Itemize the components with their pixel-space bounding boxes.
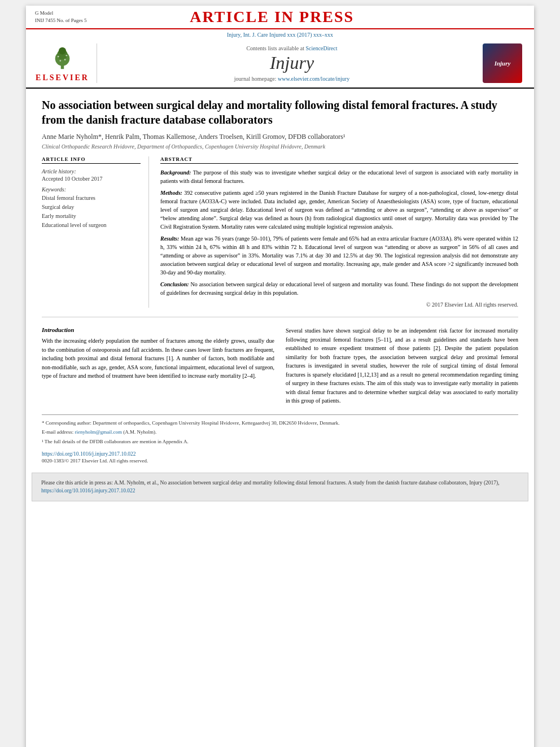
intro-left: Introduction With the increasing elderly… xyxy=(42,326,274,405)
injury-logo: Injury xyxy=(483,43,522,83)
intro-paragraph-2: Several studies have shown surgical dela… xyxy=(286,326,518,405)
keyword-4: Educational level of surgeon xyxy=(42,221,141,230)
article-info-label: ARTICLE INFO xyxy=(42,156,141,164)
doi-text[interactable]: https://doi.org/10.1016/j.injury.2017.10… xyxy=(42,451,518,457)
affiliation: Clinical Orthopaedic Research Hvidovre, … xyxy=(42,143,518,150)
journal-name: Injury xyxy=(270,53,314,73)
svg-point-3 xyxy=(59,47,66,55)
journal-center: Contents lists available at ScienceDirec… xyxy=(104,43,480,83)
top-banner: G Model INIJ 7455 No. of Pages 5 ARTICLE… xyxy=(26,6,534,29)
article-body: No association between surgical delay an… xyxy=(26,89,534,473)
results-label: Results: xyxy=(160,235,179,242)
citation-text: Please cite this article in press as: A.… xyxy=(41,480,500,486)
keywords-label: Keywords: xyxy=(42,186,141,193)
conclusion-text: No association between surgical delay or… xyxy=(160,281,518,296)
journal-homepage: journal homepage: www.elsevier.com/locat… xyxy=(234,76,349,82)
abstract-column: ABSTRACT Background: The purpose of this… xyxy=(160,156,518,308)
article-in-press-label: ARTICLE IN PRESS xyxy=(87,8,458,26)
abstract-results: Results: Mean age was 76 years (range 50… xyxy=(160,234,518,277)
elsevier-text: ELSEVIER xyxy=(36,73,89,82)
introduction-section: Introduction With the increasing elderly… xyxy=(42,326,518,405)
conclusion-label: Conclusion: xyxy=(160,281,189,287)
copyright: © 2017 Elsevier Ltd. All rights reserved… xyxy=(160,302,518,308)
footnote-corresponding-author: * Corresponding author: Department of or… xyxy=(42,420,518,427)
issn-text: 0020-1383/© 2017 Elsevier Ltd. All right… xyxy=(42,458,518,464)
methods-text: 392 consecutive patients aged ≥50 years … xyxy=(160,190,518,230)
abstract-label: ABSTRACT xyxy=(160,156,518,164)
keyword-2: Surgical delay xyxy=(42,203,141,212)
background-label: Background: xyxy=(160,169,191,176)
injury-logo-box: Injury xyxy=(480,43,525,83)
page: G Model INIJ 7455 No. of Pages 5 ARTICLE… xyxy=(26,6,534,747)
history-value: Accepted 10 October 2017 xyxy=(42,176,141,182)
footnotes-area: * Corresponding author: Department of or… xyxy=(42,414,518,446)
footnote-1: ¹ The full details of the DFDB collabora… xyxy=(42,438,518,446)
article-info-abstract-container: ARTICLE INFO Article history: Accepted 1… xyxy=(42,156,518,308)
email-link[interactable]: rienyholm@gmail.com xyxy=(75,429,122,435)
svg-point-4 xyxy=(58,56,59,58)
abstract-methods: Methods: 392 consecutive patients aged ≥… xyxy=(160,189,518,231)
elsevier-logo: ELSEVIER xyxy=(35,43,97,83)
methods-label: Methods: xyxy=(160,190,182,196)
article-info-column: ARTICLE INFO Article history: Accepted 1… xyxy=(42,156,149,308)
background-text: The purpose of this study was to investi… xyxy=(160,169,518,184)
keyword-3: Early mortality xyxy=(42,212,141,221)
intro-right: Several studies have shown surgical dela… xyxy=(286,326,518,405)
citation-bar: Please cite this article in press as: A.… xyxy=(32,473,528,501)
svg-point-7 xyxy=(64,59,66,60)
citation-url[interactable]: https://doi.org/10.1016/j.injury.2017.10… xyxy=(41,488,135,493)
keyword-1: Distal femoral fractures xyxy=(42,194,141,203)
results-text: Mean age was 76 years (range 50–101), 79… xyxy=(160,235,518,276)
svg-point-6 xyxy=(59,60,61,62)
intro-paragraph-1: With the increasing elderly population t… xyxy=(42,337,274,381)
svg-point-5 xyxy=(65,55,67,56)
g-model-info: G Model INIJ 7455 No. of Pages 5 xyxy=(35,10,87,24)
sciencedirect-link[interactable]: Contents lists available at ScienceDirec… xyxy=(246,45,337,51)
journal-header: ELSEVIER Contents lists available at Sci… xyxy=(26,39,534,89)
abstract-conclusion: Conclusion: No association between surgi… xyxy=(160,280,518,297)
footnote-email: E-mail address: rienyholm@gmail.com (A.M… xyxy=(42,429,518,436)
doi-area: https://doi.org/10.1016/j.injury.2017.10… xyxy=(42,451,518,464)
introduction-heading: Introduction xyxy=(42,326,274,333)
history-label: Article history: xyxy=(42,168,141,174)
elsevier-tree-icon xyxy=(47,44,78,71)
keywords-list: Distal femoral fractures Surgical delay … xyxy=(42,194,141,230)
abstract-background: Background: The purpose of this study wa… xyxy=(160,168,518,185)
authors: Anne Marie Nyholm*, Henrik Palm, Thomas … xyxy=(42,133,518,141)
section-divider xyxy=(42,317,518,317)
article-title: No association between surgical delay an… xyxy=(42,98,518,127)
journal-ref-line: Injury, Int. J. Care Injured xxx (2017) … xyxy=(26,29,534,39)
